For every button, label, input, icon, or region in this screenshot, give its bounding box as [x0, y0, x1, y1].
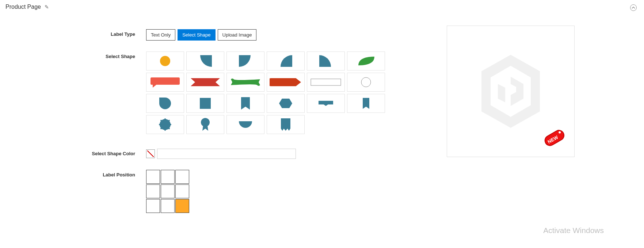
- shape-small-bookmark[interactable]: [347, 94, 385, 113]
- pos-mc[interactable]: [161, 184, 175, 198]
- shape-tag-arrow[interactable]: [267, 73, 305, 92]
- shape-medal[interactable]: [186, 115, 224, 134]
- pos-tc[interactable]: [161, 170, 175, 184]
- svg-point-8: [164, 129, 166, 131]
- shape-circle-outline[interactable]: [347, 73, 385, 92]
- select-shape-label: Select Shape: [0, 51, 146, 59]
- shape-leaf[interactable]: [347, 51, 385, 70]
- label-type-group: Text Only Select Shape Upload Image: [146, 29, 402, 41]
- svg-rect-4: [200, 98, 211, 109]
- shape-small-banner[interactable]: [307, 94, 345, 113]
- svg-rect-1: [150, 77, 180, 85]
- pos-br[interactable]: [175, 199, 189, 213]
- pos-bc[interactable]: [161, 199, 175, 213]
- shape-speech[interactable]: [146, 73, 184, 92]
- svg-point-15: [201, 118, 210, 127]
- label-type-label: Label Type: [0, 29, 146, 37]
- pos-tr[interactable]: [175, 170, 189, 184]
- shape-corner-tl[interactable]: [267, 51, 305, 70]
- shape-grid: [146, 51, 402, 134]
- svg-rect-5: [319, 101, 333, 104]
- pos-ml[interactable]: [146, 184, 160, 198]
- shape-corner-bl[interactable]: [186, 51, 224, 70]
- svg-rect-2: [311, 79, 341, 85]
- svg-point-0: [160, 56, 170, 66]
- preview-panel: NEW: [447, 26, 575, 157]
- pos-bl[interactable]: [146, 199, 160, 213]
- svg-point-13: [160, 128, 162, 129]
- svg-point-10: [170, 124, 171, 125]
- edit-icon[interactable]: ✎: [45, 4, 49, 10]
- shape-corner-br[interactable]: [226, 51, 264, 70]
- shape-square[interactable]: [186, 94, 224, 113]
- shape-bookmark[interactable]: [226, 94, 264, 113]
- shape-rect-outline[interactable]: [307, 73, 345, 92]
- svg-point-14: [168, 128, 170, 129]
- shape-drop[interactable]: [146, 94, 184, 113]
- position-grid: [146, 170, 402, 213]
- svg-point-7: [164, 118, 166, 120]
- shape-corner-tr[interactable]: [307, 51, 345, 70]
- label-type-upload-image[interactable]: Upload Image: [218, 29, 257, 41]
- shape-wavy-ribbon[interactable]: [226, 73, 264, 92]
- shape-seal[interactable]: [146, 115, 184, 134]
- shape-color-input[interactable]: [157, 149, 296, 159]
- new-badge: NEW: [541, 125, 570, 152]
- no-color-icon[interactable]: [146, 149, 155, 158]
- watermark-line1: Activate Windows: [543, 226, 604, 235]
- shape-stamp[interactable]: [267, 115, 305, 134]
- label-type-select-shape[interactable]: Select Shape: [178, 29, 215, 41]
- placeholder-icon: [474, 51, 547, 131]
- svg-point-9: [159, 124, 160, 125]
- shape-circle[interactable]: [146, 51, 184, 70]
- collapse-toggle[interactable]: [630, 4, 637, 11]
- label-type-text-only[interactable]: Text Only: [146, 29, 175, 41]
- pos-tl[interactable]: [146, 170, 160, 184]
- svg-point-3: [361, 77, 371, 87]
- section-title: Product Page: [5, 4, 41, 10]
- shape-hexagon[interactable]: [267, 94, 305, 113]
- pos-mr[interactable]: [175, 184, 189, 198]
- label-position-label: Label Position: [0, 170, 146, 178]
- svg-rect-16: [281, 118, 290, 129]
- shape-half-circle[interactable]: [226, 115, 264, 134]
- svg-point-11: [160, 120, 162, 121]
- svg-point-12: [168, 120, 170, 121]
- select-shape-color-label: Select Shape Color: [0, 149, 146, 156]
- shape-arrow-ribbon[interactable]: [186, 73, 224, 92]
